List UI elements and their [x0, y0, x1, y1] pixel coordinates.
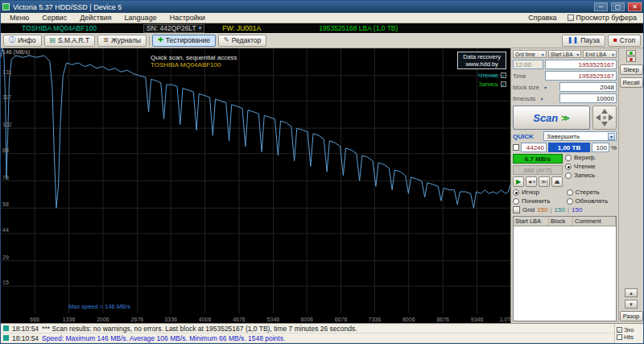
- timer-field[interactable]: 12:00: [513, 60, 543, 69]
- logs-button[interactable]: ≣ Журналы: [97, 35, 147, 47]
- arrow-left-icon[interactable]: [596, 114, 601, 121]
- menu-bar: Меню Сервис Действия Language Настройки …: [1, 13, 643, 23]
- x-axis-label: 2006: [97, 317, 109, 322]
- col-start-lba[interactable]: Start LBA: [514, 217, 549, 226]
- editor-button[interactable]: ✎ Редактор: [218, 35, 266, 47]
- end-lba-field[interactable]: 1953525167: [545, 60, 617, 69]
- radio-read[interactable]: Чтение: [565, 163, 617, 170]
- razor-button[interactable]: Разор: [620, 311, 643, 321]
- defect-table: Start LBA Block Comment: [513, 216, 617, 321]
- menu-settings[interactable]: Настройки: [163, 14, 212, 22]
- maximize-button[interactable]: ▢: [611, 2, 625, 11]
- defect-table-body[interactable]: [514, 226, 616, 321]
- block-size-field[interactable]: 2048: [559, 82, 617, 92]
- dpad-center[interactable]: [603, 116, 606, 119]
- blocks-checkbox[interactable]: [513, 144, 519, 151]
- smart-button[interactable]: ▤ S.M.A.R.T: [44, 35, 96, 47]
- arrow-up-icon[interactable]: [601, 109, 608, 114]
- menu-main[interactable]: Меню: [3, 14, 35, 22]
- x-axis-label: 4006: [199, 317, 212, 322]
- end-lba-dropdown[interactable]: End LBA▾: [583, 50, 617, 58]
- menu-help[interactable]: Справка: [522, 14, 563, 22]
- pause-button[interactable]: ❚❚ Пауза: [562, 35, 605, 47]
- start-lba-dropdown[interactable]: Start LBA▾: [548, 50, 582, 58]
- grid-value-2: 150: [555, 206, 565, 213]
- seek-button[interactable]: ≫|: [539, 176, 550, 187]
- legend-write-label: Запись: [478, 81, 498, 88]
- info-button[interactable]: ⓘ Инфо: [3, 35, 42, 47]
- radio-remap[interactable]: Починить: [513, 197, 564, 205]
- buffer-icon: [568, 15, 574, 21]
- mute-button[interactable]: ◄×: [526, 176, 537, 187]
- toolbar-separator: [149, 35, 150, 46]
- serial-select[interactable]: SN: 442QP26LT ▾: [143, 24, 204, 33]
- chart-area: 131117102887358442915 666133620062676333…: [1, 48, 510, 323]
- menu-language[interactable]: Language: [118, 14, 163, 22]
- timeout-field[interactable]: 10000: [559, 93, 617, 103]
- device-capacity: 1953525168 LBA (1,0 TB): [319, 24, 398, 32]
- device-model: TOSHIBA MQ04ABF100: [22, 24, 97, 32]
- log-lines: 18:10:54 *** Scan results: no warnings, …: [1, 324, 614, 343]
- radio-verify[interactable]: Вериф.: [565, 154, 617, 161]
- grid-icon[interactable]: [513, 206, 520, 213]
- chevron-down-icon: ▾: [576, 52, 579, 57]
- radio-icon: [567, 198, 573, 205]
- radio-icon: [567, 189, 573, 196]
- logs-icon: ≣: [103, 37, 109, 44]
- radio-write[interactable]: Запись: [565, 172, 617, 179]
- radio-erase[interactable]: Стереть: [567, 189, 617, 196]
- status-bar: 18:10:54 *** Scan results: no warnings, …: [1, 323, 643, 343]
- scan-button[interactable]: Scan ≫: [513, 106, 590, 130]
- x-axis-label: 1,0T: [500, 317, 510, 322]
- y-axis-max-label: 146 (MB/s): [2, 49, 30, 55]
- grid-label: Grid: [522, 206, 535, 213]
- legend-read-label: Чтение: [478, 72, 498, 79]
- window-title: Victoria 5.37 HDD/SSD | Device 5: [13, 3, 591, 11]
- eject-button[interactable]: ⏏: [551, 176, 563, 187]
- close-button[interactable]: ✕: [628, 2, 642, 11]
- scroll-up-button[interactable]: ▲: [625, 288, 638, 297]
- port-indicators: [626, 50, 636, 62]
- radio-refresh[interactable]: Обновлять: [567, 197, 617, 205]
- legend-write-checkbox[interactable]: ✓: [501, 81, 506, 87]
- play-button[interactable]: ▶: [513, 176, 524, 187]
- buffer-view-button[interactable]: Просмотр буфера: [564, 14, 641, 22]
- direction-pad[interactable]: [592, 106, 617, 130]
- menu-actions[interactable]: Действия: [73, 14, 118, 22]
- arrow-down-icon[interactable]: [601, 122, 608, 126]
- chevron-down-icon: ▾: [544, 85, 547, 90]
- chevron-down-icon: ▾: [612, 52, 614, 57]
- app-icon: [2, 3, 10, 10]
- sleep-button[interactable]: Sleep: [620, 64, 643, 75]
- defect-action-group: Игнор Стереть Починить Обновлять: [513, 189, 617, 205]
- minimize-button[interactable]: ─: [594, 2, 608, 11]
- scroll-down-button[interactable]: ▼: [625, 300, 638, 309]
- chevron-down-icon: ▾: [608, 133, 615, 140]
- col-comment[interactable]: Comment: [573, 217, 616, 226]
- model-caption: TOSHIBA MQ04ABF100: [151, 61, 221, 68]
- status-led-red: [626, 56, 636, 62]
- data-recovery-badge: Data recovery www.hdd.by: [457, 52, 506, 69]
- x-axis-label: 9346: [471, 317, 484, 322]
- rw-mode-group: Вериф. Чтение Запись: [565, 154, 617, 179]
- x-axis-label: 8006: [402, 317, 415, 322]
- recall-button[interactable]: Recall: [620, 77, 643, 88]
- radio-icon: [565, 172, 572, 179]
- chevron-down-icon: ▾: [199, 25, 202, 31]
- col-block[interactable]: Block: [549, 217, 573, 226]
- after-scan-select[interactable]: Завершить ▾: [543, 131, 617, 141]
- radio-ignore[interactable]: Игнор: [513, 189, 564, 196]
- stop-button[interactable]: ■ Стоп: [608, 35, 641, 47]
- current-lba-field[interactable]: 1953525167: [545, 71, 617, 81]
- hits-checkbox[interactable]: Hits: [617, 334, 642, 340]
- grid-time-dropdown[interactable]: Grd time▾: [513, 50, 547, 58]
- test-button[interactable]: ✚ Тестирование: [152, 35, 216, 47]
- legend-read-checkbox[interactable]: ✓: [501, 73, 506, 78]
- toolbar: ⓘ Инфо ▤ S.M.A.R.T ≣ Журналы ✚ Тестирова…: [1, 33, 643, 48]
- block-size-label: block size ▾: [513, 84, 558, 91]
- echo-checkbox[interactable]: ✓Эхо: [617, 327, 642, 333]
- scan-mode-label: QUICK: [513, 133, 542, 140]
- chevron-down-icon: ▾: [540, 96, 543, 102]
- arrow-right-icon[interactable]: [609, 114, 613, 121]
- menu-service[interactable]: Сервис: [35, 14, 73, 22]
